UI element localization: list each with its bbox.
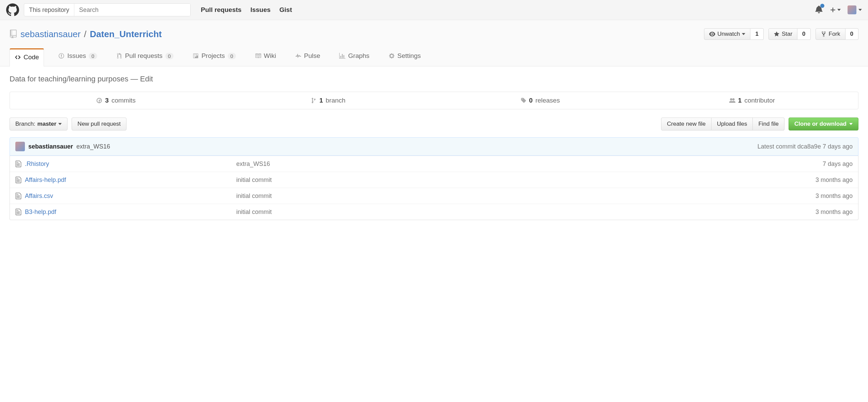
file-icon (15, 208, 21, 216)
tab-graphs[interactable]: Graphs (334, 48, 374, 66)
branch-prefix: Branch: (15, 121, 35, 127)
watch-count[interactable]: 1 (750, 28, 763, 40)
file-row: Affairs-help.pdfinitial commit3 months a… (10, 172, 858, 188)
tab-pulls-count: 0 (165, 53, 174, 59)
tab-graphs-label: Graphs (348, 52, 369, 60)
search-form: This repository (24, 3, 191, 16)
file-commit-message[interactable]: initial commit (236, 208, 815, 216)
unwatch-label: Unwatch (717, 31, 740, 37)
graph-icon (339, 53, 345, 59)
edit-description-link[interactable]: Edit (140, 75, 153, 83)
branch-select-button[interactable]: Branch: master (10, 118, 68, 130)
repo-main: Data for teaching/learning purposes — Ed… (0, 66, 868, 228)
fork-icon (821, 31, 827, 37)
file-row: .Rhistoryextra_WS167 days ago (10, 156, 858, 172)
clone-download-button[interactable]: Clone or download (789, 118, 858, 130)
file-name-link[interactable]: B3-help.pdf (25, 208, 236, 216)
tab-wiki-label: Wiki (264, 52, 276, 60)
caret-down-icon (58, 123, 62, 125)
branch-name: master (38, 121, 57, 127)
repo-owner-link[interactable]: sebastiansauer (20, 29, 80, 40)
commit-sha[interactable]: dca8a9e (797, 143, 821, 150)
star-group: Star 0 (768, 28, 811, 40)
notifications-button[interactable] (815, 5, 823, 15)
branches-count: 1 (319, 97, 323, 104)
tab-settings[interactable]: Settings (384, 48, 426, 66)
branches-stat[interactable]: 1 branch (222, 92, 434, 109)
tab-wiki[interactable]: Wiki (250, 48, 281, 66)
new-pull-request-button[interactable]: New pull request (72, 118, 126, 130)
tab-pulls[interactable]: Pull requests 0 (111, 48, 178, 66)
search-scope-label[interactable]: This repository (24, 4, 74, 16)
file-row: B3-help.pdfinitial commit3 months ago (10, 204, 858, 220)
commit-message[interactable]: extra_WS16 (76, 143, 110, 150)
tab-settings-label: Settings (398, 52, 421, 60)
find-file-button[interactable]: Find file (753, 118, 784, 130)
user-menu[interactable] (848, 5, 862, 14)
branches-label: branch (326, 97, 345, 104)
clone-label: Clone or download (794, 121, 847, 127)
commits-stat[interactable]: 3 commits (10, 92, 222, 109)
github-logo-icon[interactable] (6, 3, 19, 16)
description-dash: — (131, 75, 138, 83)
caret-down-icon (858, 9, 862, 11)
tab-issues-count: 0 (89, 53, 97, 59)
star-label: Star (782, 31, 792, 37)
commit-author[interactable]: sebastiansauer (28, 143, 73, 150)
create-new-menu[interactable] (830, 7, 841, 13)
tab-projects-count: 0 (228, 53, 236, 59)
file-name-link[interactable]: Affairs-help.pdf (25, 176, 236, 184)
avatar (15, 142, 25, 151)
file-name-link[interactable]: Affairs.csv (25, 192, 236, 200)
commit-time: 7 days ago (823, 143, 853, 150)
repo-name-link[interactable]: Daten_Unterricht (90, 29, 162, 40)
watch-group: Unwatch 1 (704, 28, 764, 40)
plus-icon (830, 7, 836, 13)
nav-pull-requests[interactable]: Pull requests (201, 6, 241, 14)
repo-description: Data for teaching/learning purposes — Ed… (10, 75, 858, 83)
star-count[interactable]: 0 (797, 28, 810, 40)
pulse-icon (295, 53, 301, 59)
file-toolbar: Branch: master New pull request Create n… (10, 118, 858, 130)
eye-icon (709, 31, 715, 37)
projects-icon (193, 53, 199, 59)
releases-count: 0 (529, 97, 533, 104)
caret-down-icon (837, 9, 841, 11)
star-button[interactable]: Star (768, 28, 797, 40)
file-date: 3 months ago (815, 176, 853, 184)
description-text: Data for teaching/learning purposes (10, 75, 129, 83)
latest-commit-info: Latest commit dca8a9e 7 days ago (758, 143, 853, 150)
file-commit-message[interactable]: extra_WS16 (236, 160, 823, 168)
tab-pulse[interactable]: Pulse (290, 48, 325, 66)
repo-icon (10, 30, 17, 38)
contributors-stat[interactable]: 1 contributor (646, 92, 858, 109)
fork-count[interactable]: 0 (845, 28, 858, 40)
contributors-count: 1 (738, 97, 742, 104)
releases-stat[interactable]: 0 releases (434, 92, 646, 109)
fork-group: Fork 0 (815, 28, 858, 40)
tab-code[interactable]: Code (10, 48, 44, 66)
gear-icon (389, 53, 395, 59)
find-file-label: Find file (758, 121, 779, 127)
tab-code-label: Code (24, 53, 39, 61)
file-list: .Rhistoryextra_WS167 days agoAffairs-hel… (10, 156, 858, 220)
fork-button[interactable]: Fork (815, 28, 845, 40)
file-commit-message[interactable]: initial commit (236, 176, 815, 184)
commits-count: 3 (105, 97, 109, 104)
nav-gist[interactable]: Gist (280, 6, 292, 14)
nav-issues[interactable]: Issues (250, 6, 270, 14)
releases-label: releases (535, 97, 560, 104)
people-icon (729, 97, 735, 104)
file-commit-message[interactable]: initial commit (236, 192, 815, 200)
tab-issues[interactable]: Issues 0 (54, 48, 102, 66)
file-name-link[interactable]: .Rhistory (25, 160, 236, 168)
repo-stats: 3 commits 1 branch 0 releases 1 contribu… (10, 92, 858, 109)
notification-dot-icon (820, 4, 824, 8)
tab-projects[interactable]: Projects 0 (188, 48, 241, 66)
pull-request-icon (116, 53, 122, 59)
create-file-button[interactable]: Create new file (661, 118, 711, 130)
upload-files-button[interactable]: Upload files (712, 118, 753, 130)
unwatch-button[interactable]: Unwatch (704, 28, 750, 40)
search-input[interactable] (74, 4, 190, 16)
commits-label: commits (111, 97, 136, 104)
